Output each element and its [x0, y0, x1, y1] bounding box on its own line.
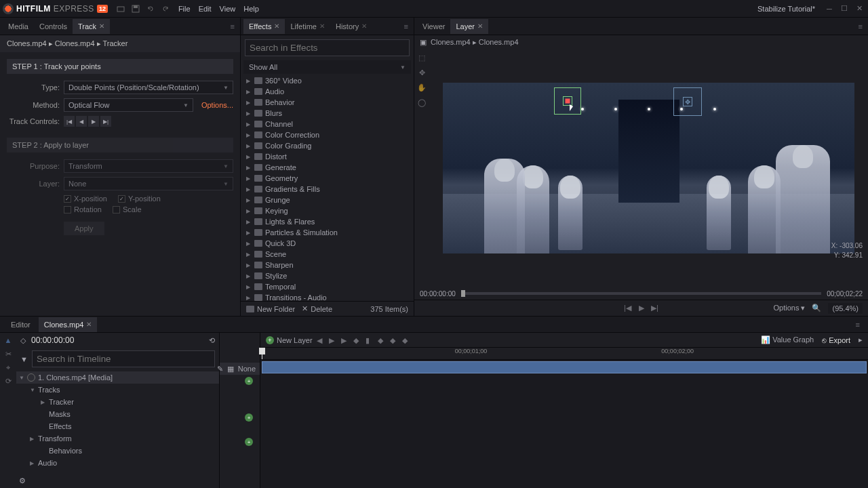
close-icon[interactable]: ✕: [477, 22, 483, 30]
effects-category[interactable]: ▶Lights & Flares: [243, 216, 411, 227]
rotation-checkbox[interactable]: Rotation: [64, 205, 102, 214]
kf-icon[interactable]: ▮: [366, 336, 374, 344]
keyframe-icon[interactable]: ◇: [20, 336, 26, 345]
close-icon[interactable]: ✕: [99, 22, 104, 30]
timeline-clip[interactable]: [262, 361, 867, 373]
zoom-tool-icon[interactable]: 🔍: [812, 304, 821, 312]
effects-category[interactable]: ▶Quick 3D: [243, 238, 411, 249]
filter-icon[interactable]: ▼: [20, 355, 28, 363]
tab-viewer[interactable]: Viewer: [417, 19, 450, 34]
menu-file[interactable]: File: [178, 5, 191, 13]
timeline-menu-icon[interactable]: ▸: [859, 336, 863, 344]
tab-layer[interactable]: Layer✕: [450, 19, 488, 34]
effects-category[interactable]: ▶Behavior: [243, 97, 411, 108]
effects-category[interactable]: ▶Geometry: [243, 173, 411, 184]
snap-tool-icon[interactable]: ⌖: [3, 363, 13, 372]
timeline-layer-row[interactable]: ▼ 1. Clones.mp4 [Media]: [16, 371, 219, 384]
menu-edit[interactable]: Edit: [199, 5, 212, 13]
close-icon[interactable]: ✕: [361, 22, 367, 30]
effects-category[interactable]: ▶Temporal: [243, 281, 411, 292]
play-icon[interactable]: ▶: [329, 336, 337, 344]
redo-icon[interactable]: [161, 4, 170, 14]
blend-mode[interactable]: None: [238, 365, 256, 373]
effects-category[interactable]: ▶Transitions - Audio: [243, 292, 411, 301]
next-frame-button[interactable]: ▶|: [650, 304, 660, 313]
new-layer-button[interactable]: +New Layer: [266, 336, 313, 344]
close-icon[interactable]: ✕: [319, 22, 325, 30]
tab-effects[interactable]: Effects✕: [243, 19, 285, 34]
tab-editor[interactable]: Editor: [5, 317, 36, 332]
save-icon[interactable]: [131, 4, 140, 14]
timeline-prop-transform[interactable]: ▶Transform: [16, 432, 219, 445]
timeline-prop-audio[interactable]: ▶Audio: [16, 457, 219, 469]
effects-category[interactable]: ▶Distort: [243, 151, 411, 162]
add-effect-button[interactable]: +: [245, 413, 253, 422]
hand-tool-icon[interactable]: ✋: [417, 83, 427, 92]
panel-menu-icon[interactable]: ≡: [231, 22, 235, 30]
method-dropdown[interactable]: Optical Flow▼: [64, 98, 193, 112]
x-position-checkbox[interactable]: X-position: [64, 195, 107, 203]
track-backward-all-button[interactable]: |◀: [64, 116, 75, 127]
timeline-prop-effects[interactable]: Effects: [16, 420, 219, 432]
panel-menu-icon[interactable]: ≡: [859, 22, 863, 30]
tracker-point-2[interactable]: ✥: [673, 87, 702, 116]
select-tool-icon[interactable]: ▲: [3, 336, 13, 345]
effects-category[interactable]: ▶360° Video: [243, 75, 411, 86]
menu-help[interactable]: Help: [243, 5, 259, 13]
prev-frame-button[interactable]: |◀: [623, 304, 633, 313]
menu-view[interactable]: View: [220, 5, 236, 13]
tab-clones[interactable]: Clones.mp4✕: [39, 317, 98, 332]
prev-kf-icon[interactable]: ◀: [317, 336, 325, 344]
close-icon[interactable]: ✕: [86, 321, 92, 328]
blend-icon[interactable]: ▦: [227, 365, 234, 373]
effects-category[interactable]: ▶Sharpen: [243, 260, 411, 270]
tab-media[interactable]: Media: [3, 19, 34, 34]
timeline-ruler[interactable]: 00;00;01;00 00;00;02;00: [260, 348, 868, 360]
kf-icon[interactable]: ◆: [390, 336, 398, 344]
visibility-toggle-icon[interactable]: [27, 373, 35, 382]
kf-icon[interactable]: ◆: [353, 336, 361, 344]
timeline-search-input[interactable]: [32, 350, 215, 367]
effects-category[interactable]: ▶Scene: [243, 249, 411, 260]
kf-icon[interactable]: ◆: [378, 336, 386, 344]
apply-button[interactable]: Apply: [64, 222, 104, 235]
tab-track[interactable]: Track✕: [73, 19, 110, 34]
timeline-tracks[interactable]: [260, 360, 868, 488]
purpose-dropdown[interactable]: Transform▼: [64, 159, 233, 173]
timeline-prop-tracks[interactable]: ▼Tracks: [16, 384, 219, 396]
effects-search-input[interactable]: [245, 39, 410, 56]
panel-menu-icon[interactable]: ≡: [404, 22, 408, 30]
move-tool-icon[interactable]: ✥: [417, 68, 427, 77]
timeline-prop-tracker[interactable]: ▶Tracker: [16, 396, 219, 408]
scale-checkbox[interactable]: Scale: [113, 205, 142, 214]
tab-history[interactable]: History✕: [330, 19, 372, 34]
timeline-prop-behaviors[interactable]: Behaviors: [16, 445, 219, 457]
track-backward-button[interactable]: ◀: [76, 116, 87, 127]
add-track-button[interactable]: +: [245, 377, 253, 385]
tab-lifetime[interactable]: Lifetime✕: [285, 19, 330, 34]
select-tool-icon[interactable]: ⬚: [417, 53, 427, 62]
effects-category[interactable]: ▶Color Correction: [243, 129, 411, 140]
y-position-checkbox[interactable]: Y-position: [118, 195, 161, 203]
tab-controls[interactable]: Controls: [34, 19, 73, 34]
minimize-button[interactable]: ─: [823, 4, 835, 14]
edit-icon[interactable]: ✎: [217, 365, 223, 373]
type-dropdown[interactable]: Double Points (Position/Scale/Rotation)▼: [64, 81, 233, 94]
value-graph-button[interactable]: 📊 Value Graph: [761, 336, 814, 344]
slice-tool-icon[interactable]: ✂: [3, 349, 13, 359]
options-link[interactable]: Options...: [201, 101, 233, 109]
add-behavior-button[interactable]: +: [245, 438, 253, 446]
new-folder-button[interactable]: New Folder: [246, 305, 295, 313]
effects-category[interactable]: ▶Generate: [243, 162, 411, 173]
next-kf-icon[interactable]: ▶: [341, 336, 349, 344]
export-button[interactable]: ⎋ Export: [822, 336, 850, 344]
layer-dropdown[interactable]: None▼: [64, 177, 233, 190]
effects-category[interactable]: ▶Audio: [243, 86, 411, 97]
effects-category[interactable]: ▶Channel: [243, 119, 411, 129]
panel-menu-icon[interactable]: ≡: [856, 321, 860, 329]
kf-icon[interactable]: ◆: [402, 336, 410, 344]
maximize-button[interactable]: ☐: [838, 4, 850, 14]
timeline-time[interactable]: 00:00:00:00: [31, 336, 74, 345]
effects-category[interactable]: ▶Blurs: [243, 108, 411, 119]
close-icon[interactable]: ✕: [274, 22, 279, 30]
